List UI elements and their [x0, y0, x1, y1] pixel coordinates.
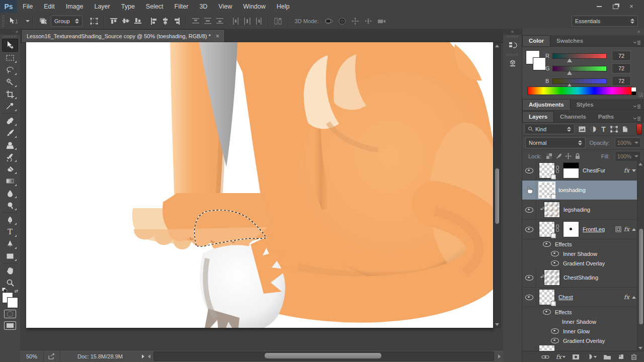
menu-filter[interactable]: Filter [169, 0, 194, 13]
tool-pen[interactable] [3, 214, 18, 226]
canvas[interactable] [26, 42, 493, 328]
canvas-horizontal-scrollbar[interactable] [153, 351, 494, 361]
visibility-toggle[interactable] [522, 180, 536, 200]
tool-crop[interactable] [3, 88, 18, 100]
eye-icon[interactable] [551, 328, 559, 334]
delete-layer-icon[interactable] [631, 353, 637, 360]
red-slider[interactable] [552, 53, 607, 59]
menu-view[interactable]: View [213, 0, 237, 13]
distribute-right-edges-icon[interactable] [253, 15, 265, 27]
effect-row-gradient-overlay-2[interactable]: Gradient Overlay [522, 336, 644, 345]
panels-collapse-icon[interactable]: » [522, 29, 644, 35]
green-slider-thumb[interactable] [567, 71, 572, 75]
filter-smart-objects-icon[interactable] [621, 126, 628, 133]
canvas-vertical-scrollbar[interactable] [494, 42, 501, 328]
distribute-top-edges-icon[interactable] [190, 15, 202, 27]
fill-field[interactable]: 100% [615, 151, 641, 161]
filter-kind-dropdown[interactable]: Kind [524, 124, 575, 134]
blue-value[interactable]: 72 [612, 76, 631, 86]
hscroll-left-icon[interactable] [146, 353, 152, 359]
swap-colors-icon[interactable]: ⇄ [14, 289, 18, 294]
eye-icon[interactable] [525, 227, 533, 232]
tab-paths[interactable]: Paths [592, 112, 620, 122]
3d-panel-icon[interactable] [506, 57, 520, 70]
3d-orbit-icon[interactable] [321, 15, 336, 27]
tool-magic-wand[interactable] [3, 76, 18, 88]
effect-row-gradient-overlay[interactable]: Gradient Overlay [522, 258, 644, 268]
add-layer-mask-icon[interactable] [572, 354, 580, 360]
visibility-toggle[interactable] [522, 161, 536, 180]
new-group-icon[interactable] [603, 354, 611, 360]
lock-transparency-icon[interactable] [546, 153, 552, 159]
tab-styles[interactable]: Styles [571, 100, 600, 110]
dock-expand-icon[interactable]: « [503, 29, 522, 35]
minimize-button[interactable] [594, 3, 605, 11]
eye-icon[interactable] [525, 168, 533, 173]
3d-pan-icon[interactable] [349, 15, 362, 27]
layer-name[interactable]: Chest [558, 294, 573, 300]
collapse-effects-icon[interactable] [632, 296, 636, 299]
export-icon[interactable] [44, 350, 60, 362]
filter-pixel-layers-icon[interactable] [578, 126, 586, 133]
layer-row-legshading[interactable]: legshading [522, 200, 644, 220]
layer-thumbnail[interactable] [539, 163, 554, 178]
scroll-up-icon[interactable] [494, 43, 500, 49]
tool-hand[interactable] [3, 264, 18, 277]
tool-path-selection[interactable] [3, 238, 18, 250]
tool-zoom[interactable] [3, 277, 18, 289]
blend-mode-dropdown[interactable]: Normal [525, 137, 586, 148]
tool-history-brush[interactable] [3, 151, 18, 163]
layer-thumbnail[interactable] [539, 345, 554, 351]
menu-select[interactable]: Select [140, 0, 169, 13]
menu-image[interactable]: Image [60, 0, 89, 13]
layer-name[interactable]: FrontLeg [583, 226, 605, 232]
align-vertical-centers-icon[interactable] [120, 15, 132, 27]
panel-resize-grip[interactable] [638, 92, 643, 97]
align-bottom-edges-icon[interactable] [132, 15, 144, 27]
tool-eyedropper[interactable] [3, 100, 18, 112]
status-options-icon[interactable] [140, 350, 146, 362]
auto-align-icon[interactable] [272, 15, 285, 27]
effect-row-inner-glow[interactable]: Inner Glow [522, 326, 644, 336]
layer-thumbnail[interactable] [539, 222, 554, 237]
new-adjustment-layer-icon[interactable] [586, 353, 597, 360]
tool-eraser[interactable] [3, 163, 18, 175]
workspace-switcher[interactable]: Essentials [572, 16, 638, 27]
eye-icon[interactable] [543, 309, 551, 315]
link-layers-icon[interactable] [541, 354, 549, 359]
filter-shape-layers-icon[interactable] [610, 126, 618, 133]
background-color-swatch[interactable] [8, 298, 18, 308]
tool-dodge[interactable] [3, 199, 18, 211]
color-background-swatch[interactable] [533, 58, 545, 70]
scroll-down-icon[interactable] [494, 321, 500, 327]
visibility-toggle[interactable] [522, 268, 536, 287]
layer-thumbnail[interactable] [544, 202, 559, 217]
adjustments-menu-icon[interactable] [633, 102, 641, 111]
tool-blur[interactable] [3, 187, 18, 199]
quick-mask-mode-button[interactable] [4, 310, 16, 318]
restore-button[interactable] [610, 3, 621, 11]
eye-icon[interactable] [551, 338, 559, 343]
menu-edit[interactable]: Edit [38, 0, 60, 13]
eye-icon[interactable] [525, 275, 533, 281]
layers-scrollbar[interactable] [637, 161, 644, 351]
layers-scroll-thumb[interactable] [639, 229, 643, 324]
default-colors-icon[interactable] [2, 288, 7, 292]
filter-adjustment-layers-icon[interactable] [590, 126, 597, 133]
layer-row-toeshading[interactable]: toeshading [522, 180, 644, 200]
menu-help[interactable]: Help [271, 0, 295, 13]
visibility-toggle[interactable] [522, 220, 536, 239]
layer-row-chest[interactable]: Chest fx [522, 288, 644, 307]
3d-roll-icon[interactable] [336, 15, 349, 27]
eye-icon[interactable] [551, 260, 559, 266]
effect-row-inner-shadow[interactable]: Inner Shadow [522, 249, 644, 258]
collapse-effects-icon[interactable] [632, 228, 636, 231]
layers-scroll-down-icon[interactable] [637, 345, 643, 351]
layer-mask-thumbnail[interactable] [564, 222, 579, 237]
filter-type-layers-icon[interactable]: T [600, 126, 607, 133]
eye-icon[interactable] [551, 251, 559, 256]
tab-close-icon[interactable]: × [216, 33, 219, 40]
color-spectrum-ramp[interactable] [527, 86, 632, 95]
history-panel-icon[interactable] [506, 39, 520, 52]
canvas-vscroll-thumb[interactable] [495, 168, 499, 224]
